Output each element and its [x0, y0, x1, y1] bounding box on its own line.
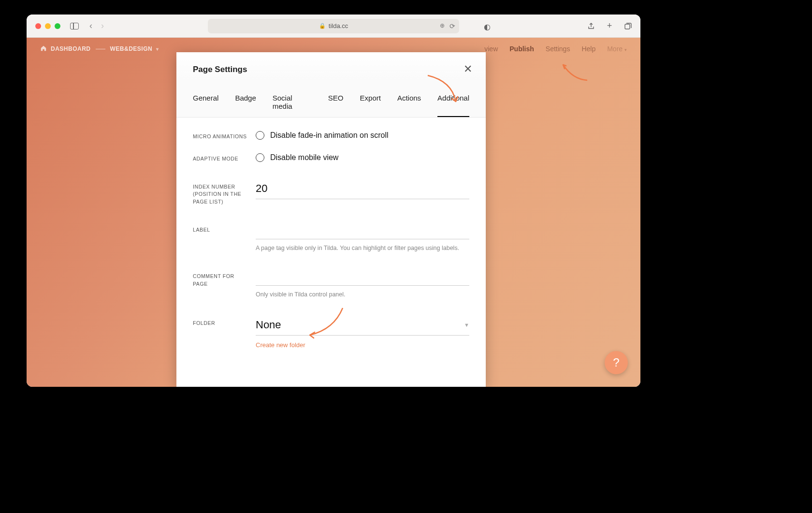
svg-rect-0: [625, 24, 630, 29]
lock-icon: 🔒: [319, 23, 326, 29]
folder-value: None: [256, 319, 281, 331]
label-label: LABEL: [193, 224, 256, 253]
option-disable-fadein[interactable]: Disable fade-in animation on scroll: [256, 131, 469, 140]
label-help-text: A page tag visible only in Tilda. You ca…: [256, 244, 469, 253]
new-tab-icon[interactable]: +: [606, 22, 613, 30]
browser-window: ‹ › 🔒 tilda.cc ⊕ ⟳ ◐ + DASHBO: [27, 15, 640, 387]
tabs-overview-icon[interactable]: [624, 22, 632, 30]
home-icon[interactable]: [40, 45, 47, 53]
modal-header: Page Settings ✕: [176, 52, 486, 79]
sidebar-toggle-icon[interactable]: [70, 23, 79, 29]
close-window-icon[interactable]: [35, 23, 41, 29]
modal-tabs: General Badge Social media SEO Export Ac…: [176, 79, 486, 117]
tab-actions[interactable]: Actions: [397, 94, 421, 117]
create-new-folder-link[interactable]: Create new folder: [256, 341, 305, 349]
close-icon[interactable]: ✕: [464, 63, 472, 75]
reload-icon[interactable]: ⟳: [450, 22, 455, 30]
label-index-number: INDEX NUMBER (POSITION IN THE PAGE LIST): [193, 181, 256, 206]
row-label: LABEL A page tag visible only in Tilda. …: [193, 224, 469, 253]
row-index-number: INDEX NUMBER (POSITION IN THE PAGE LIST): [193, 181, 469, 206]
tab-social[interactable]: Social media: [273, 94, 312, 117]
label-input[interactable]: [256, 224, 469, 239]
breadcrumb-current[interactable]: WEB&DESIGN: [110, 45, 153, 52]
radio-icon: [256, 153, 264, 162]
tab-export[interactable]: Export: [360, 94, 381, 117]
annotation-arrow-settings: [558, 61, 597, 85]
label-folder: FOLDER: [193, 318, 256, 349]
folder-select[interactable]: None ▼: [256, 318, 469, 336]
radio-icon: [256, 131, 264, 140]
browser-toolbar: ‹ › 🔒 tilda.cc ⊕ ⟳ ◐ +: [27, 15, 640, 38]
comment-help-text: Only visible in Tilda control panel.: [256, 291, 469, 299]
tab-general[interactable]: General: [193, 94, 218, 117]
option-disable-mobile[interactable]: Disable mobile view: [256, 153, 469, 162]
forward-button[interactable]: ›: [101, 21, 104, 31]
option-disable-fadein-label: Disable fade-in animation on scroll: [270, 131, 389, 140]
browser-actions: +: [587, 22, 632, 30]
row-comment: COMMENT FOR PAGE Only visible in Tilda c…: [193, 271, 469, 299]
label-adaptive-mode: ADAPTIVE MODE: [193, 153, 256, 163]
url-bar[interactable]: 🔒 tilda.cc ⊕ ⟳: [208, 19, 459, 33]
breadcrumb-separator: [96, 49, 105, 49]
url-host: tilda.cc: [329, 22, 348, 29]
maximize-window-icon[interactable]: [55, 23, 60, 29]
app-surface: DASHBOARD WEB&DESIGN ▾ view Publish Sett…: [27, 38, 640, 387]
comment-input[interactable]: [256, 271, 469, 286]
chevron-down-icon: ▾: [624, 47, 627, 52]
page-settings-modal: Page Settings ✕ General Badge Social med…: [176, 52, 486, 387]
breadcrumb-root[interactable]: DASHBOARD: [51, 45, 91, 52]
url-actions: ⊕ ⟳: [440, 22, 455, 30]
share-icon[interactable]: [587, 22, 595, 30]
nav-settings[interactable]: Settings: [546, 45, 570, 53]
browser-nav: ‹ ›: [89, 21, 104, 31]
modal-body: MICRO ANIMATIONS Disable fade-in animati…: [176, 117, 486, 373]
privacy-shield-icon[interactable]: ◐: [484, 22, 491, 31]
nav-preview[interactable]: view: [484, 45, 498, 53]
chevron-down-icon: ▼: [464, 322, 469, 328]
row-micro-animations: MICRO ANIMATIONS Disable fade-in animati…: [193, 131, 469, 141]
nav-more[interactable]: More ▾: [607, 45, 627, 53]
tab-seo[interactable]: SEO: [328, 94, 344, 117]
minimize-window-icon[interactable]: [45, 23, 51, 29]
row-adaptive-mode: ADAPTIVE MODE Disable mobile view: [193, 153, 469, 163]
header-nav: view Publish Settings Help More ▾: [484, 45, 627, 53]
help-fab-label: ?: [613, 356, 619, 369]
label-comment: COMMENT FOR PAGE: [193, 271, 256, 299]
chevron-down-icon[interactable]: ▾: [156, 46, 159, 52]
nav-publish[interactable]: Publish: [509, 45, 534, 53]
help-fab[interactable]: ?: [605, 351, 628, 374]
back-button[interactable]: ‹: [89, 21, 92, 31]
modal-title: Page Settings: [193, 65, 469, 74]
tab-additional[interactable]: Additional: [437, 94, 469, 117]
option-disable-mobile-label: Disable mobile view: [270, 153, 338, 162]
nav-help[interactable]: Help: [581, 45, 595, 53]
index-number-input[interactable]: [256, 181, 469, 199]
row-folder: FOLDER None ▼ Create new folder: [193, 318, 469, 349]
translate-icon[interactable]: ⊕: [440, 22, 445, 30]
window-controls: [35, 23, 60, 29]
tab-badge[interactable]: Badge: [235, 94, 256, 117]
label-micro-animations: MICRO ANIMATIONS: [193, 131, 256, 141]
